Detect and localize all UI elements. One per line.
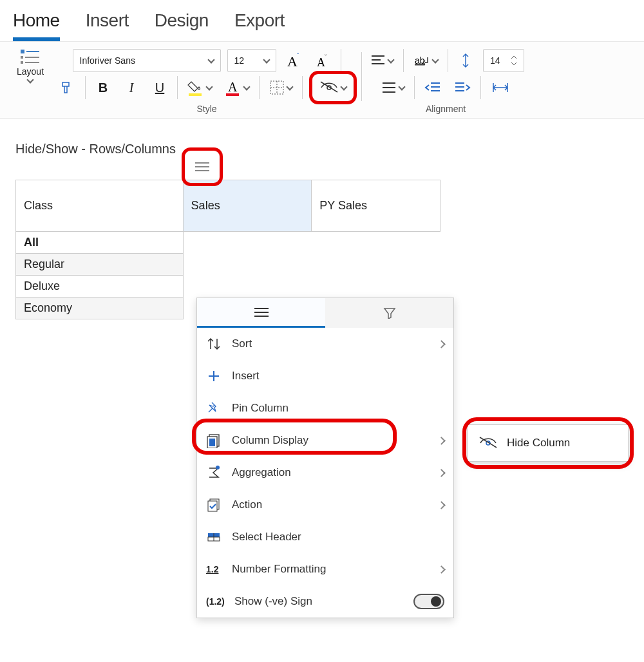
col-header-class[interactable]: Class — [16, 180, 184, 232]
align-middle-icon — [381, 80, 397, 95]
font-color-icon: A — [225, 79, 242, 96]
menu-item-aggregation[interactable]: Aggregation — [197, 457, 453, 489]
menu-item-sort[interactable]: Sort — [197, 328, 453, 360]
section-title: Hide/Show - Rows/Columns — [0, 118, 644, 180]
tab-export[interactable]: Export — [234, 10, 285, 41]
menu-item-insert[interactable]: Insert — [197, 360, 453, 392]
svg-rect-10 — [189, 93, 202, 96]
layout-button[interactable]: Layout — [14, 47, 46, 84]
group-alignment: ab 14 — [362, 47, 529, 114]
fill-color-button[interactable] — [184, 77, 215, 99]
number-format-icon: 1.2 — [206, 564, 222, 574]
align-left-icon — [370, 53, 386, 68]
fit-width-button[interactable] — [488, 77, 513, 99]
menu-label: Show (-ve) Sign — [234, 595, 403, 608]
increase-font-button[interactable]: Aˆ — [283, 50, 306, 71]
menu-item-column-display[interactable]: Column Display — [197, 424, 453, 457]
svg-rect-44 — [208, 501, 217, 511]
stepper-icon — [511, 55, 517, 66]
menu-label: Action — [232, 498, 428, 511]
align-button[interactable] — [367, 50, 397, 71]
hide-column-submenu[interactable]: Hide Column — [468, 424, 629, 462]
chevron-down-icon — [205, 83, 213, 90]
column-menu-trigger[interactable] — [189, 153, 216, 180]
wrap-text-button[interactable]: ab — [410, 50, 441, 71]
main-tabs: Home Insert Design Export — [0, 0, 644, 42]
column-display-icon — [206, 433, 222, 448]
format-painter-button[interactable] — [57, 77, 79, 99]
font-family-select[interactable]: Inforiver Sans — [73, 49, 221, 72]
table-cell[interactable]: All — [16, 232, 184, 254]
line-spacing-select[interactable]: 14 — [483, 49, 524, 72]
divider — [414, 76, 415, 99]
menu-tab-list[interactable] — [197, 298, 325, 328]
eye-slash-icon — [319, 80, 339, 95]
menu-tab-filter[interactable] — [325, 298, 453, 328]
svg-rect-4 — [21, 61, 23, 64]
tab-design[interactable]: Design — [155, 10, 209, 41]
decrease-indent-button[interactable] — [421, 77, 444, 99]
decrease-font-button[interactable]: Aˇ — [312, 50, 334, 71]
menu-item-select-header[interactable]: Select Header — [197, 521, 453, 553]
hamburger-icon — [254, 307, 269, 317]
svg-text:ˇ: ˇ — [325, 54, 327, 61]
divider — [85, 76, 86, 99]
svg-point-42 — [216, 466, 220, 469]
chevron-right-icon — [437, 565, 446, 574]
underline-button[interactable]: U — [149, 77, 171, 99]
italic-button[interactable]: I — [120, 77, 142, 99]
fit-width-icon — [491, 80, 510, 95]
chevron-right-icon — [437, 340, 446, 348]
font-size-value: 12 — [234, 55, 245, 66]
border-icon — [269, 80, 285, 95]
chevron-down-icon — [387, 56, 394, 63]
font-color-button[interactable]: A — [222, 77, 252, 99]
svg-text:A: A — [228, 80, 238, 94]
eye-slash-icon — [478, 436, 498, 450]
group-style: Inforiver Sans 12 Aˆ Aˇ B I U — [52, 47, 362, 114]
table-cell[interactable]: Regular — [16, 254, 184, 276]
tab-home[interactable]: Home — [13, 10, 60, 41]
bold-button[interactable]: B — [92, 77, 114, 99]
chevron-down-icon — [431, 56, 439, 63]
chevron-down-icon — [340, 83, 347, 90]
divider — [480, 76, 481, 99]
menu-label: Aggregation — [232, 466, 428, 479]
increase-indent-button[interactable] — [451, 77, 474, 99]
svg-rect-2 — [21, 56, 23, 59]
menu-item-pin[interactable]: Pin Column — [197, 392, 453, 424]
menu-label: Sort — [232, 337, 428, 350]
chevron-down-icon — [286, 83, 293, 90]
svg-text:ab: ab — [415, 55, 425, 66]
table-cell[interactable]: Economy — [16, 298, 184, 319]
svg-text:ˆ: ˆ — [297, 53, 299, 60]
col-header-pysales[interactable]: PY Sales — [312, 180, 440, 232]
menu-item-negative-sign[interactable]: (1.2) Show (-ve) Sign — [197, 585, 453, 618]
divider — [177, 76, 178, 99]
hide-show-button[interactable] — [316, 77, 350, 99]
divider — [259, 76, 260, 99]
border-button[interactable] — [266, 77, 296, 99]
menu-item-number-format[interactable]: 1.2 Number Formatting — [197, 553, 453, 585]
svg-rect-5 — [25, 62, 39, 63]
menu-item-action[interactable]: Action — [197, 489, 453, 521]
menu-label: Column Display — [232, 434, 428, 447]
column-context-menu: Sort Insert Pin Column Column Display Ag… — [196, 298, 454, 618]
chevron-down-icon — [243, 83, 250, 90]
svg-rect-12 — [226, 93, 239, 96]
format-painter-icon — [60, 80, 75, 95]
table-cell[interactable]: Deluxe — [16, 276, 184, 298]
negative-sign-toggle[interactable] — [413, 594, 444, 609]
chevron-right-icon — [437, 469, 446, 477]
tab-insert[interactable]: Insert — [86, 10, 129, 41]
layout-label: Layout — [17, 66, 44, 77]
line-spacing-button[interactable] — [455, 50, 477, 71]
annotation-hide-show — [309, 71, 357, 104]
col-header-sales[interactable]: Sales — [183, 180, 312, 232]
vertical-align-button[interactable] — [378, 77, 408, 99]
svg-rect-1 — [26, 51, 39, 52]
font-size-select[interactable]: 12 — [227, 49, 276, 72]
menu-label: Number Formatting — [232, 563, 428, 576]
filter-icon — [383, 307, 396, 319]
action-icon — [206, 497, 222, 513]
